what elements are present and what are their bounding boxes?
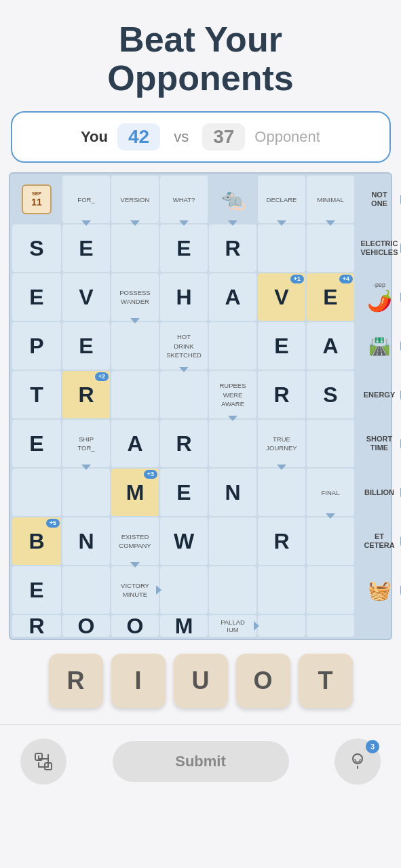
grid-label-r8: BILLION [356, 469, 401, 516]
grid-icon-r10: 🧺 [356, 566, 401, 614]
grid-clue-r1c6: MINIMAL [307, 176, 354, 223]
grid-empty-r5c4 [160, 371, 208, 418]
grid-empty-r2c7 [307, 224, 354, 272]
swap-button[interactable] [20, 738, 66, 785]
grid-letter-r6c3[interactable]: A [111, 420, 159, 467]
grid-empty-r9c5 [209, 566, 256, 614]
grid-letter-r7c3[interactable]: +3 M [111, 469, 159, 516]
grid-letter-r4c1[interactable]: P [12, 322, 61, 370]
grid-letter-r6c4[interactable]: R [160, 420, 208, 467]
tile-U[interactable]: U [174, 654, 228, 708]
grid-label-r2: NOTONE [356, 176, 401, 223]
grid-letter-r4c2[interactable]: E [62, 322, 110, 370]
grid-empty-r7c2 [62, 469, 110, 516]
grid-empty-r9c4 [160, 566, 208, 614]
badge-r7c3: +3 [144, 470, 157, 479]
grid-letter-r3c7[interactable]: +4 E [307, 273, 354, 321]
grid-letter-r3c1[interactable]: E [12, 273, 61, 321]
grid-letter-r5c2[interactable]: +2 R [62, 371, 110, 418]
grid-empty-r7c6 [258, 469, 305, 516]
grid-empty-r8c5 [209, 517, 256, 565]
grid-letter-r3c4[interactable]: H [160, 273, 208, 321]
grid-letter-r2c1[interactable]: S [12, 224, 61, 272]
grid-clue-r1c2: VERSION [111, 176, 159, 223]
bottom-bar: Submit 3 [0, 738, 401, 798]
grid-letter-r8c2[interactable]: N [62, 517, 110, 565]
grid-letter-r3c5[interactable]: A [209, 273, 256, 321]
grid-clue-r1c5: DECLARE [258, 176, 305, 223]
grid-letter-r2c4[interactable]: E [160, 224, 208, 272]
grid-letter-r10c3[interactable]: O [111, 615, 159, 637]
submit-button[interactable]: Submit [113, 741, 289, 782]
grid-letter-r10c1[interactable]: R [12, 615, 61, 637]
opp-score: 37 [202, 123, 245, 151]
you-label: You [81, 128, 108, 146]
grid-clue-r8c3: EXISTED COMPANY [111, 517, 159, 565]
grid-letter-r5c7[interactable]: S [307, 371, 354, 418]
clue-text: FOR_ [77, 196, 94, 203]
grid-empty-r9c6 [258, 566, 305, 614]
grid-letter-r10c4[interactable]: M [160, 615, 208, 637]
grid-cell-r1c4: 🐀 [209, 176, 256, 223]
opp-label: Opponent [254, 128, 320, 146]
grid-label-r9: ETCETERA [356, 517, 401, 565]
grid-clue-r7c7: FINAL [307, 469, 354, 516]
grid-empty-r4c5 [209, 322, 256, 370]
hint-button[interactable]: 3 [335, 738, 381, 785]
basket-icon: 🧺 [368, 579, 392, 602]
grid-empty-r4c3 [111, 322, 159, 370]
grid-clue-r9c3: VICTORY MINUTE [111, 566, 159, 614]
grid-letter-r8c1[interactable]: +5 B [12, 517, 61, 565]
tile-T[interactable]: T [299, 654, 353, 708]
grid-letter-r7c5[interactable]: N [209, 469, 256, 516]
grid-letter-r2c5[interactable]: R [209, 224, 256, 272]
grid-clue-r4c4: HOT DRINK SKETCHED [160, 322, 208, 370]
grid-empty-r10c6 [258, 615, 305, 637]
you-score: 42 [117, 123, 160, 151]
grid-label-r3: ELECTRICVEHICLES [356, 224, 401, 272]
grid-clue-r1c1: FOR_ [62, 176, 110, 223]
grid-clue-r3c3: POSSESS WANDER [111, 273, 159, 321]
grid-empty-r10c7 [307, 615, 354, 637]
grid-empty-r9c7 [307, 566, 354, 614]
grid-letter-r3c2[interactable]: V [62, 273, 110, 321]
grid-letter-r5c6[interactable]: R [258, 371, 305, 418]
rat-icon: 🐀 [221, 187, 246, 212]
grid-letter-r8c6[interactable]: R [258, 517, 305, 565]
grid-empty-r2c6 [258, 224, 305, 272]
grid-letter-r10c2[interactable]: O [62, 615, 110, 637]
grid-letter-r4c6[interactable]: E [258, 322, 305, 370]
tile-O[interactable]: O [236, 654, 290, 708]
grid-letter-r4c7[interactable]: A [307, 322, 354, 370]
grid-empty-r5c3 [111, 371, 159, 418]
grid-label-r7: SHORTTIME [356, 420, 401, 467]
divider [0, 724, 401, 725]
grid-cell-0-0: SEP 11 [12, 176, 61, 223]
score-box: You 42 vs 37 Opponent [11, 111, 391, 163]
grid-letter-r8c4[interactable]: W [160, 517, 208, 565]
grid-empty-r8c7 [307, 517, 354, 565]
badge-r5c2: +2 [95, 372, 109, 381]
grid-clue-r10c5: PALLADIUM [209, 615, 256, 637]
grid-letter-r2c2[interactable]: E [62, 224, 110, 272]
grid-letter-r5c1[interactable]: T [12, 371, 61, 418]
grid-letter-r9c1[interactable]: E [12, 566, 61, 614]
tile-I[interactable]: I [111, 654, 166, 708]
grid-empty-r9c2 [62, 566, 110, 614]
tile-R[interactable]: R [49, 654, 103, 708]
chili-icon: 🌶️ [367, 289, 392, 313]
badge-r3c6: +1 [290, 275, 304, 283]
grid-letter-r6c1[interactable]: E [12, 420, 61, 467]
grid-empty-r2c3 [111, 224, 159, 272]
grid-letter-r7c4[interactable]: E [160, 469, 208, 516]
badge-r8c1: +5 [46, 519, 60, 528]
grid-clue-r5c5: RUPEES WERE AWARE [209, 371, 256, 418]
road-icon: 🛣️ [368, 336, 390, 357]
grid-cells: SEP 11 FOR_ VERSION WHAT? 🐀 DECLARE [12, 176, 389, 637]
tile-rack: R I U O T [49, 654, 353, 708]
grid-clue-r6c2: SHIP TOR_ [62, 420, 110, 467]
grid-letter-r3c6[interactable]: +1 V [258, 273, 305, 321]
grid-empty-r7c1 [12, 469, 61, 516]
grid-icon-r5: 🛣️ [356, 322, 401, 370]
grid-label-r6: ENERGY [356, 371, 401, 418]
